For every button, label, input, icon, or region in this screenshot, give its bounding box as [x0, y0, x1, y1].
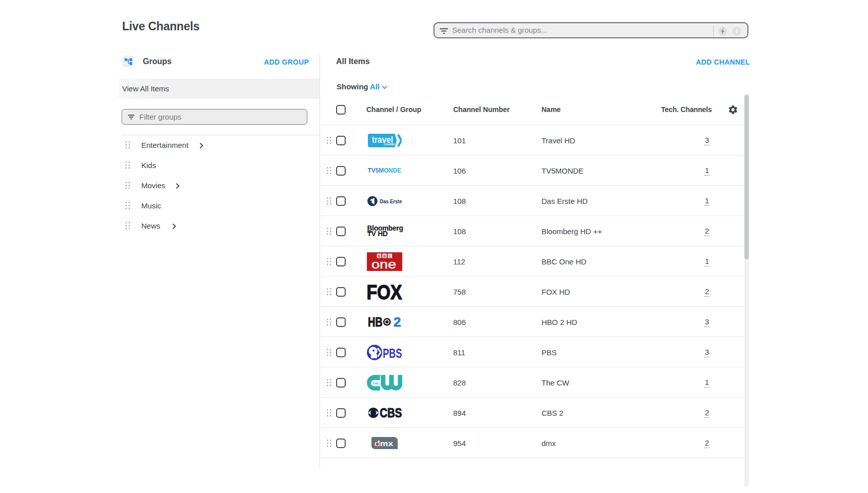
- svg-text:CBS: CBS: [379, 407, 402, 418]
- svg-text:PBS: PBS: [383, 345, 402, 360]
- svg-text:HB: HB: [368, 316, 383, 327]
- svg-text:one: one: [371, 257, 396, 270]
- svg-text:FOX: FOX: [366, 284, 402, 300]
- svg-text:THE: THE: [373, 381, 379, 385]
- svg-text:TM: TM: [400, 325, 402, 327]
- svg-text:CHANNEL: CHANNEL: [384, 143, 395, 145]
- svg-text:Das Erste: Das Erste: [379, 198, 402, 204]
